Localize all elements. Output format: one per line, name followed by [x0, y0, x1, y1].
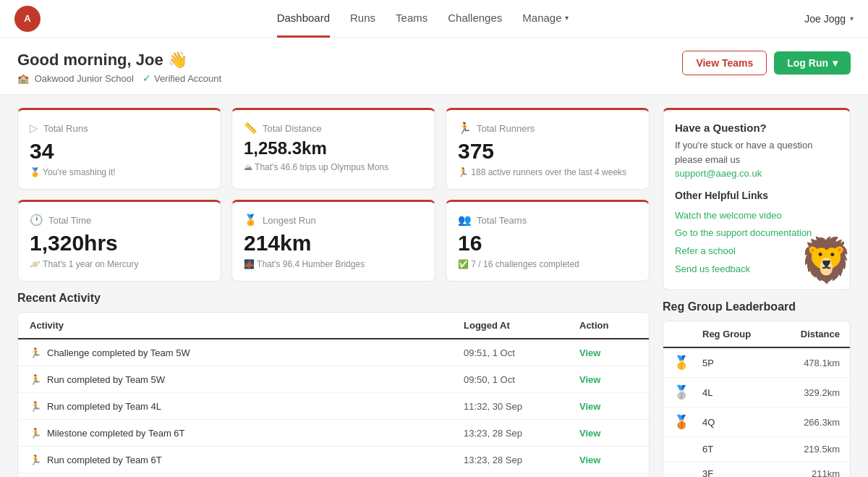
lb-distance: 478.1km: [767, 358, 840, 368]
help-text: If you're stuck or have a question pleas…: [675, 138, 838, 181]
log-run-chevron-icon: ▾: [833, 57, 838, 69]
longest-run-icon: 🏅: [244, 214, 258, 227]
right-column: Have a Question? If you're stuck or have…: [663, 108, 851, 477]
stat-sub-longest-run: 🌉 That's 96.4 Humber Bridges: [244, 259, 423, 269]
verified-icon: ✓: [142, 72, 151, 84]
link-welcome-video[interactable]: Watch the welcome video: [675, 207, 838, 225]
verified-badge: ✓ Verified Account: [142, 72, 221, 84]
lion-mascot: 🦁: [799, 239, 850, 290]
leaderboard-row: 3F 211km: [663, 462, 850, 477]
stat-label-distance: Total Distance: [263, 123, 322, 134]
school-name: 🏫 Oakwood Junior School: [17, 73, 134, 84]
lb-col-distance: Distance: [767, 329, 840, 339]
greeting-section: Good morning, Joe 👋 🏫 Oakwood Junior Sch…: [17, 51, 221, 84]
col-action: Action: [579, 320, 637, 331]
run-activity-icon: 🏃: [30, 374, 41, 385]
left-column: ▷ Total Runs 34 🏅 You're smashing it! 📏 …: [17, 108, 650, 477]
leaderboard-row: 🥉 4Q 266.3km: [663, 408, 850, 437]
leaderboard-title: Reg Group Leaderboard: [663, 300, 851, 313]
stat-label-time: Total Time: [48, 215, 91, 226]
bronze-medal-icon: 🥉: [673, 414, 702, 430]
lb-distance: 219.5km: [767, 444, 840, 455]
lb-distance: 266.3km: [767, 417, 840, 428]
time-icon: 🕐: [30, 214, 43, 227]
header-actions: View Teams Log Run ▾: [682, 51, 851, 75]
lb-group-name: 6T: [702, 444, 767, 455]
leaderboard-row: 6T 219.5km: [663, 437, 850, 462]
page-header: Good morning, Joe 👋 🏫 Oakwood Junior Sch…: [0, 38, 868, 95]
run-activity-icon: 🏃: [30, 401, 41, 412]
help-title: Have a Question?: [675, 122, 838, 134]
silver-medal-icon: 🥈: [673, 384, 702, 400]
stat-value-time: 1,320hrs: [30, 231, 209, 255]
view-link-0[interactable]: View: [579, 347, 600, 358]
help-email-link[interactable]: support@aaeg.co.uk: [675, 168, 762, 179]
stat-sub-teams: ✅ 7 / 16 challenges completed: [458, 259, 637, 269]
stat-sub-time: 🪐 That's 1 year on Mercury: [30, 259, 209, 269]
view-link-1[interactable]: View: [579, 374, 600, 385]
stat-sub-runners: 🏃 188 active runners over the last 4 wee…: [458, 167, 637, 177]
navbar: A Dashboard Runs Teams Challenges Manage…: [0, 0, 868, 38]
view-teams-button[interactable]: View Teams: [682, 51, 767, 75]
log-run-button[interactable]: Log Run ▾: [774, 51, 851, 75]
view-link-2[interactable]: View: [579, 401, 600, 412]
lb-distance: 211km: [767, 468, 840, 477]
user-name: Joe Jogg: [804, 13, 846, 25]
nav-dashboard[interactable]: Dashboard: [277, 0, 330, 38]
stat-value-runs: 34: [30, 139, 209, 163]
stat-label-longest-run: Longest Run: [263, 215, 316, 226]
view-link-4[interactable]: View: [579, 455, 600, 465]
nav-runs[interactable]: Runs: [350, 0, 375, 38]
runners-icon: 🏃: [458, 122, 472, 135]
greeting-meta: 🏫 Oakwood Junior School ✓ Verified Accou…: [17, 72, 221, 84]
col-logged-at: Logged At: [464, 320, 579, 331]
view-link-3[interactable]: View: [579, 428, 600, 439]
run-activity-icon: 🏃: [30, 455, 41, 465]
table-row: 🏃 Run completed by Team 5W 09:50, 1 Oct …: [18, 366, 649, 393]
table-row: 🏃 Challenge completed by Team 5W 09:51, …: [18, 339, 649, 366]
run-activity-icon: 🏃: [30, 428, 41, 439]
manage-chevron-icon: ▾: [565, 14, 569, 22]
stat-label-teams: Total Teams: [477, 215, 527, 226]
leaderboard-header: Reg Group Distance: [663, 321, 850, 348]
gold-medal-icon: 🥇: [673, 355, 702, 371]
lb-group-name: 3F: [702, 468, 767, 477]
nav-manage[interactable]: Manage▾: [522, 0, 568, 38]
table-row: 🏃 Run completed by Team 5W 09:49, 27 Sep…: [18, 473, 649, 477]
lb-col-group: Reg Group: [702, 329, 767, 339]
nav-challenges[interactable]: Challenges: [448, 0, 502, 38]
nav-teams[interactable]: Teams: [396, 0, 427, 38]
stat-card-total-distance: 📏 Total Distance 1,258.3km ⛰ That's 46.6…: [231, 108, 435, 190]
table-row: 🏃 Run completed by Team 6T 13:23, 28 Sep…: [18, 447, 649, 473]
stat-sub-runs: 🏅 You're smashing it!: [30, 167, 209, 177]
flag-icon: ▷: [30, 122, 38, 135]
stat-sub-distance: ⛰ That's 46.6 trips up Olympus Mons: [244, 162, 423, 172]
nav-links: Dashboard Runs Teams Challenges Manage▾: [41, 0, 804, 38]
activity-table: Activity Logged At Action 🏃 Challenge co…: [17, 312, 650, 477]
table-row: 🏃 Milestone completed by Team 6T 13:23, …: [18, 420, 649, 447]
table-row: 🏃 Run completed by Team 4L 11:32, 30 Sep…: [18, 393, 649, 420]
activity-table-header: Activity Logged At Action: [18, 313, 649, 339]
col-activity: Activity: [30, 320, 464, 331]
stat-label-runners: Total Runners: [477, 123, 535, 134]
other-links-title: Other Helpful Links: [675, 190, 838, 201]
stat-card-total-teams: 👥 Total Teams 16 ✅ 7 / 16 challenges com…: [446, 200, 650, 282]
stat-label-runs: Total Runs: [43, 123, 88, 134]
brand-logo[interactable]: A: [14, 6, 41, 32]
distance-icon: 📏: [244, 122, 258, 135]
user-menu[interactable]: Joe Jogg ▾: [804, 13, 854, 25]
stat-grid-top: ▷ Total Runs 34 🏅 You're smashing it! 📏 …: [17, 108, 650, 190]
verified-text: Verified Account: [154, 73, 221, 84]
stat-grid-bottom: 🕐 Total Time 1,320hrs 🪐 That's 1 year on…: [17, 200, 650, 282]
help-panel: Have a Question? If you're stuck or have…: [663, 108, 851, 290]
stat-value-runners: 375: [458, 139, 637, 163]
lb-group-name: 4L: [702, 387, 767, 398]
stat-card-total-runners: 🏃 Total Runners 375 🏃 188 active runners…: [446, 108, 650, 190]
stat-value-distance: 1,258.3km: [244, 139, 423, 158]
lb-distance: 329.2km: [767, 387, 840, 398]
user-chevron-icon: ▾: [850, 14, 854, 22]
stat-card-longest-run: 🏅 Longest Run 214km 🌉 That's 96.4 Humber…: [231, 200, 435, 282]
lb-group-name: 5P: [702, 358, 767, 368]
leaderboard-row: 🥈 4L 329.2km: [663, 378, 850, 408]
recent-activity-section: Recent Activity Activity Logged At Actio…: [17, 292, 650, 477]
